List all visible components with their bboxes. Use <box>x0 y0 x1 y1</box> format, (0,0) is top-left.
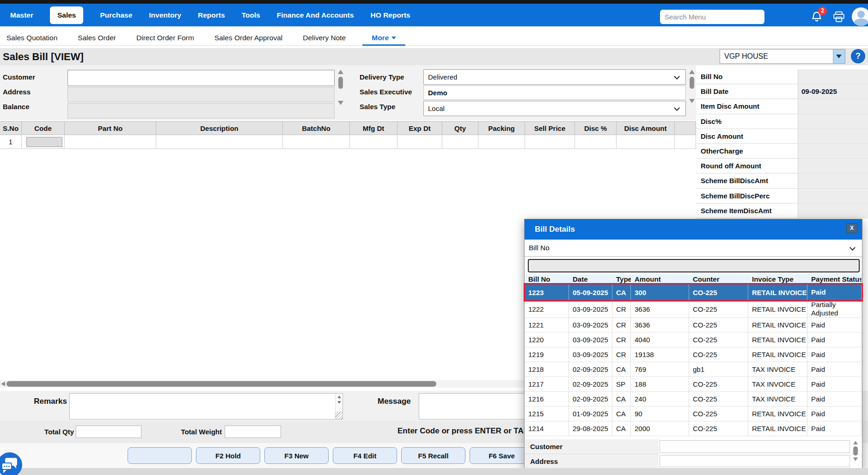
nav-item-master[interactable]: Master <box>10 11 33 19</box>
field-value-disc-amount[interactable] <box>798 129 868 144</box>
bill-table-header: Bill NoDateTypeAmountCounterInvoice Type… <box>525 274 862 284</box>
field-label-disc-amount: Disc Amount <box>696 129 798 144</box>
button-f2-hold[interactable]: F2 Hold <box>196 447 260 464</box>
bill-row-1214[interactable]: 121429-08-2025CA2000CO-225RETAIL INVOICE… <box>525 421 862 436</box>
popup-field-value-wrap-address <box>659 454 862 469</box>
customer-label: Customer <box>3 73 35 81</box>
bill-row-1218[interactable]: 121802-09-2025CA769gb1TAX INVOICEPaid <box>525 362 862 377</box>
bill-row-1215[interactable]: 121501-09-2025CA90CO-225RETAIL INVOICEPa… <box>525 407 862 421</box>
print-button[interactable] <box>832 11 845 23</box>
branch-select-arrow[interactable] <box>833 49 845 63</box>
total-qty-input[interactable] <box>76 426 141 438</box>
subnav-item-direct-order-form[interactable]: Direct Order Form <box>136 34 194 42</box>
bill-row-1216[interactable]: 121602-09-2025CA240CO-225TAX INVOICEPaid <box>525 392 862 407</box>
remarks-textarea[interactable] <box>69 393 343 419</box>
field-value-bill-date[interactable]: 09-09-2025 <box>798 84 868 99</box>
items-table: S.NoCodePart NoDescriptionBatchNoMfg DtE… <box>0 121 696 149</box>
field-value-item-disc-amount[interactable] <box>798 99 868 114</box>
button-f5-recall[interactable]: F5 Recall <box>401 447 465 464</box>
sales-type-select[interactable]: Local <box>423 101 686 116</box>
item-code-input[interactable] <box>26 137 62 147</box>
field-value-round-off-amount[interactable] <box>798 159 868 173</box>
scroll-left-icon[interactable] <box>1 382 5 386</box>
branch-select[interactable]: VGP HOUSE <box>720 49 845 64</box>
popup-field-input-customer[interactable] <box>660 440 850 453</box>
form-left-scrollbar[interactable] <box>336 70 344 118</box>
user-avatar[interactable] <box>852 7 868 26</box>
bill-col-amount: Amount <box>631 274 689 284</box>
item-cell-2 <box>65 135 156 149</box>
menu-search-input[interactable] <box>660 10 764 24</box>
bill-row-1219[interactable]: 121903-09-2025CR19138CO-225RETAIL INVOIC… <box>525 347 862 362</box>
subnav-item-sales-order[interactable]: Sales Order <box>78 34 116 42</box>
button-f3-new[interactable]: F3 New <box>264 447 329 464</box>
scroll-up-icon[interactable] <box>338 70 343 74</box>
scroll-thumb[interactable] <box>338 77 343 89</box>
form-right-scrollbar[interactable] <box>688 70 696 116</box>
nav-item-tools[interactable]: Tools <box>242 11 260 19</box>
popup-footer-scrollbar[interactable] <box>851 441 860 467</box>
button-f4-edit[interactable]: F4 Edit <box>333 447 397 464</box>
bill-search-input[interactable] <box>528 259 860 272</box>
nav-item-inventory[interactable]: Inventory <box>149 11 181 19</box>
scroll-down-icon[interactable] <box>338 101 343 105</box>
scroll-down-icon[interactable] <box>853 457 858 461</box>
subnav-item-more[interactable]: More <box>366 31 402 45</box>
nav-item-sales[interactable]: Sales <box>50 6 84 24</box>
bill-row-1222[interactable]: 122203-09-2025CR3636CO-225RETAIL INVOICE… <box>525 301 862 318</box>
item-code-cell <box>22 135 65 149</box>
balance-label: Balance <box>3 103 30 111</box>
subnav-item-sales-quotation[interactable]: Sales Quotation <box>6 34 57 42</box>
total-weight-input[interactable] <box>225 426 281 438</box>
field-value-scheme-billdiscamt[interactable] <box>798 173 868 188</box>
horizontal-scroll-thumb[interactable] <box>6 381 436 387</box>
sales-executive-input[interactable]: Demo <box>423 86 686 100</box>
bd-cell-invoice-type: TAX INVOICE <box>748 377 807 392</box>
bill-col-payment-status: Payment Status <box>807 274 862 284</box>
popup-field-value-wrap-customer <box>659 439 862 454</box>
help-button[interactable]: ? <box>851 49 865 63</box>
notifications-button[interactable]: 2 <box>810 10 825 25</box>
field-value-bill-no[interactable] <box>798 69 868 84</box>
total-qty-label: Total Qty <box>0 428 74 436</box>
popup-close-button[interactable]: X <box>846 223 857 233</box>
subnav-item-sales-order-approval[interactable]: Sales Order Approval <box>214 34 282 42</box>
nav-item-purchase[interactable]: Purchase <box>100 11 132 19</box>
field-value-scheme-itemdiscamt[interactable] <box>798 204 868 218</box>
bd-cell-counter: gb1 <box>689 362 748 377</box>
bd-cell-type: CA <box>612 407 631 421</box>
bd-cell-amount: 2000 <box>631 421 689 436</box>
delivery-type-select[interactable]: Delivered <box>423 69 686 85</box>
scroll-up-icon[interactable] <box>337 395 341 398</box>
field-value-othercharge[interactable] <box>798 144 868 159</box>
printer-icon <box>832 16 845 24</box>
nav-item-finance-and-accounts[interactable]: Finance And Accounts <box>277 11 354 19</box>
scroll-up-icon[interactable] <box>689 70 695 74</box>
scroll-down-icon[interactable] <box>337 401 341 404</box>
field-value-scheme-billdiscperc[interactable] <box>798 189 868 204</box>
sales-type-label: Sales Type <box>360 103 395 111</box>
button-blank[interactable] <box>128 447 192 464</box>
field-value-disc[interactable] <box>798 114 868 129</box>
scroll-thumb[interactable] <box>690 77 694 89</box>
field-row-bill-date: Bill Date09-09-2025 <box>696 84 868 99</box>
scroll-down-icon[interactable] <box>689 99 695 103</box>
popup-field-input-address[interactable] <box>660 455 850 467</box>
bill-row-1223[interactable]: 122305-09-2025CA300CO-225RETAIL INVOICEP… <box>525 284 862 301</box>
customer-input[interactable] <box>67 70 335 86</box>
bill-filter-select[interactable]: Bill No <box>525 240 862 257</box>
scroll-thumb[interactable] <box>853 446 858 456</box>
bill-row-1217[interactable]: 121702-09-2025SP188CO-225TAX INVOICEPaid <box>525 377 862 392</box>
field-label-disc: Disc% <box>696 114 798 129</box>
items-table-row: 1 <box>0 135 696 149</box>
bd-cell-bill-no: 1215 <box>525 407 569 421</box>
nav-item-ho-reports[interactable]: HO Reports <box>371 11 410 19</box>
bill-row-1221[interactable]: 122103-09-2025CR3636CO-225RETAIL INVOICE… <box>525 318 862 333</box>
scroll-up-icon[interactable] <box>853 441 858 444</box>
subnav-item-delivery-note[interactable]: Delivery Note <box>303 34 346 42</box>
bill-row-1220[interactable]: 122003-09-2025CR4040CO-225RETAIL INVOICE… <box>525 333 862 347</box>
resize-handle-icon[interactable] <box>335 412 342 419</box>
textarea-scrollbar[interactable] <box>335 394 342 411</box>
bd-cell-payment-status: Paid <box>807 421 862 436</box>
nav-item-reports[interactable]: Reports <box>198 11 225 19</box>
